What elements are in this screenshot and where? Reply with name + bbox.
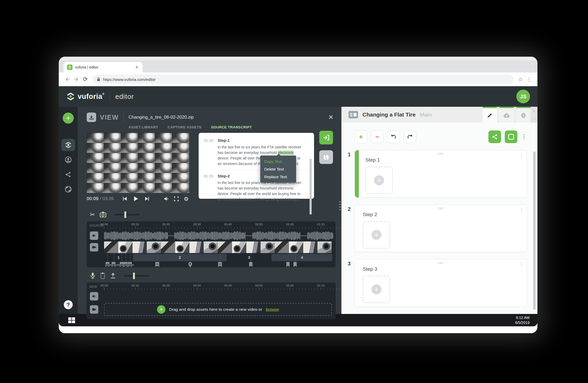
asset-dropzone[interactable]: + Drag and drop assets here to create a … — [104, 303, 332, 316]
video-preview-frame[interactable] — [87, 133, 189, 193]
close-view-icon[interactable]: ✕ — [328, 114, 334, 121]
add-new-button[interactable]: + — [63, 113, 74, 124]
step-menu-icon[interactable]: ⋮ — [519, 261, 524, 267]
transcript-scrollbar[interactable] — [310, 159, 312, 215]
reload-icon[interactable]: ⟳ — [81, 75, 90, 84]
forward-icon[interactable] — [72, 75, 81, 84]
drag-handle-icon[interactable] — [438, 153, 444, 155]
taskbar-clock[interactable]: 6:12 AM 6/5/2019 — [515, 315, 530, 325]
video-track-icon[interactable] — [90, 305, 98, 314]
fullscreen-icon[interactable] — [174, 196, 179, 201]
audio-track-icon[interactable] — [90, 231, 98, 240]
timeline-segment[interactable]: 1 — [104, 254, 133, 261]
tab-info[interactable] — [516, 107, 531, 123]
menu-item-delete-text[interactable]: Delete Text — [260, 165, 296, 173]
ruler-tick-label: 00:00 — [100, 223, 135, 226]
sidebar-item-projects[interactable] — [61, 139, 75, 151]
panel-window-controls: ✕ – — [531, 107, 537, 123]
slider-thumb[interactable] — [124, 211, 126, 218]
timeline-horizontal-scrollbar[interactable] — [105, 264, 134, 266]
steps-overflow-icon[interactable]: ⋮ — [521, 133, 527, 140]
play-icon[interactable] — [133, 196, 139, 202]
browse-link[interactable]: browse — [266, 307, 279, 312]
step-card[interactable]: ⋮Step 2+ — [355, 205, 527, 252]
tab-cloud-upload[interactable] — [499, 107, 514, 123]
save-button[interactable] — [319, 150, 333, 164]
source-zoom-slider[interactable] — [115, 214, 140, 215]
share-button[interactable] — [488, 130, 501, 143]
back-icon[interactable] — [63, 75, 72, 84]
drag-handle-icon[interactable] — [438, 262, 444, 264]
settings-gear-icon[interactable]: ⚙ — [184, 196, 189, 202]
url-bar[interactable]: https://www.vuforia.com/editor — [92, 75, 513, 84]
transcript-timestamp: 01:10 — [204, 138, 218, 167]
panel-close-icon[interactable]: ✕ — [532, 109, 536, 114]
browser-menu-icon[interactable]: ⋮ — [525, 76, 533, 83]
image-marker-icon[interactable] — [218, 262, 222, 267]
step-menu-icon[interactable]: ⋮ — [519, 207, 524, 213]
flag-marker-icon[interactable] — [249, 262, 252, 267]
user-avatar[interactable]: JS — [516, 90, 530, 103]
audio-track-icon[interactable] — [90, 292, 98, 300]
audio-waveform[interactable] — [104, 231, 333, 240]
undo-button[interactable] — [387, 130, 400, 143]
record-mic-icon[interactable] — [90, 272, 96, 279]
ruler-tick-label: 00:10 — [131, 223, 166, 226]
filmstrip-thumbnail — [218, 241, 232, 253]
flag-marker-icon[interactable] — [286, 262, 290, 267]
paste-clipboard-icon[interactable] — [100, 272, 106, 279]
panel-minimize-icon[interactable]: – — [533, 116, 535, 121]
timeline-segment[interactable]: 2 — [133, 254, 226, 261]
tab-edit-pencil[interactable] — [483, 107, 497, 123]
slider-thumb[interactable] — [133, 273, 135, 279]
vuforia-editor-app: vuforia® editor JS + — [59, 86, 537, 326]
pin-marker-icon[interactable] — [188, 262, 192, 267]
steps-scrollbar[interactable] — [533, 152, 536, 310]
drag-handle-icon[interactable] — [438, 207, 444, 210]
panel-resize-handle[interactable] — [339, 201, 341, 210]
menu-item-copy-text[interactable]: Copy Text — [260, 158, 296, 165]
skip-forward-icon[interactable] — [145, 196, 149, 201]
redo-button[interactable] — [404, 130, 416, 143]
video-editor-area: VIEW Changing_a_tire_08-02-2020.zip ✕ AS… — [78, 107, 341, 314]
tab-close-icon[interactable]: ✕ — [134, 65, 139, 70]
new-zoom-slider[interactable] — [124, 275, 149, 277]
timeline-segment[interactable]: 3 — [226, 254, 271, 261]
library-tab-capture-assets[interactable]: CAPTURE ASSETS — [168, 125, 202, 129]
step-card[interactable]: ⋮Step 1+ — [355, 150, 527, 198]
ruler-tick-group: 00:00 — [104, 284, 135, 291]
sidebar-item-globe[interactable] — [61, 183, 75, 195]
windows-start-icon[interactable] — [68, 317, 75, 323]
flag-marker-icon[interactable] — [293, 262, 297, 267]
add-asset-dropzone[interactable]: + — [363, 221, 390, 249]
sidebar-item-share[interactable] — [61, 168, 75, 181]
volume-icon[interactable] — [164, 196, 169, 201]
add-asset-dropzone[interactable]: + — [365, 167, 393, 194]
video-filmstrip[interactable] — [104, 241, 333, 253]
snapshot-camera-icon[interactable] — [100, 211, 106, 218]
filmstrip-thumbnail — [204, 241, 218, 253]
library-tab-asset-library[interactable]: ASSET LIBRARY — [128, 125, 158, 129]
step-menu-icon[interactable]: ⋮ — [519, 152, 524, 158]
add-step-button[interactable]: + — [355, 130, 367, 143]
url-text: https://www.vuforia.com/editor — [103, 77, 156, 82]
upload-icon[interactable] — [110, 273, 116, 279]
browser-tab[interactable]: vuforia | editor ✕ — [63, 62, 143, 72]
menu-item-replace-text[interactable]: Replace Text — [260, 173, 296, 181]
cut-scissors-icon[interactable]: ✂ — [90, 212, 95, 218]
ruler-tick-group: 00:30 — [197, 284, 228, 291]
timeline-segment[interactable]: 4 — [272, 254, 332, 261]
image-marker-icon[interactable] — [155, 262, 159, 267]
add-asset-dropzone[interactable]: + — [363, 276, 390, 303]
library-tab-source-transcript[interactable]: SOURCE TRANSCRIPT — [211, 125, 252, 129]
step-card[interactable]: ⋮Step 3+ — [355, 259, 527, 307]
bookmark-star-icon[interactable]: ☆ — [516, 76, 525, 83]
skip-back-icon[interactable] — [122, 196, 127, 201]
transcript-timestamp: 01:15 — [204, 174, 218, 202]
remove-step-button[interactable]: − — [371, 130, 384, 143]
sidebar-item-profile[interactable] — [61, 154, 75, 166]
video-track-icon[interactable] — [90, 243, 98, 251]
present-screen-button[interactable] — [505, 130, 517, 143]
apply-transcript-button[interactable] — [319, 131, 333, 144]
help-button[interactable]: ? — [64, 300, 73, 309]
